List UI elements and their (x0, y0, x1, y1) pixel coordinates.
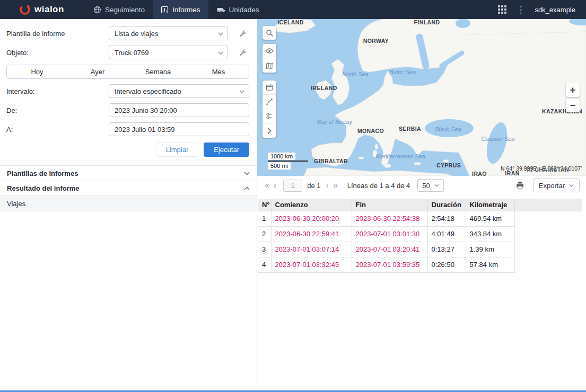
cell-end[interactable]: 2023-07-01 03:59:35 (352, 257, 427, 272)
execute-button[interactable]: Ejecutar (204, 142, 249, 157)
map[interactable]: ICELANDFINLANDNORWAYBaltic SeaNorth SeaI… (257, 19, 586, 176)
section-report-templates[interactable]: Plantillas de informes (0, 165, 257, 181)
map-tools-group (263, 81, 276, 138)
from-label: De: (6, 106, 109, 114)
chevron-down-icon (239, 90, 244, 93)
first-page-button[interactable]: « (263, 181, 272, 190)
template-select[interactable]: Lista de viajes (109, 26, 228, 40)
markers-icon (266, 112, 273, 120)
map-visibility-button[interactable] (263, 44, 276, 58)
cell-end[interactable]: 2023-07-01 03:20:41 (352, 242, 427, 257)
username[interactable]: sdk_example (535, 6, 575, 14)
cell-start[interactable]: 2023-07-01 03:32:45 (271, 257, 352, 272)
map-label-mediterranean-sea: Mediterranean Sea (375, 153, 425, 159)
print-button[interactable] (515, 181, 524, 190)
cell-start[interactable]: 2023-07-01 03:07:14 (271, 242, 352, 257)
page-count-label: de 1 (307, 182, 320, 190)
template-settings-button[interactable] (237, 27, 249, 40)
header-number[interactable]: Nº (258, 199, 271, 211)
page-size-select[interactable]: 50 (417, 179, 443, 192)
kebab-menu-icon[interactable]: ⋮ (516, 5, 525, 14)
map-label-serbia: SERBIA (399, 126, 421, 132)
cell-start[interactable]: 2023-06-30 20:00:20 (271, 211, 352, 226)
header-fin[interactable]: Fin (352, 199, 427, 211)
map-label-finland: FINLAND (414, 19, 440, 25)
vehicle-icon (216, 6, 225, 13)
template-label: Plantilla de informe (6, 30, 109, 38)
chevron-down-icon (244, 172, 250, 175)
export-button[interactable]: Exportar (533, 179, 580, 192)
wialon-logo[interactable]: wialon (0, 0, 85, 19)
cell-filler (514, 242, 582, 257)
result-item-viajes[interactable]: Viajes (0, 196, 257, 211)
table-row: 32023-07-01 03:07:142023-07-01 03:20:410… (258, 242, 582, 257)
map-search-button[interactable] (263, 26, 276, 40)
interval-select[interactable]: Intervalo especificado (109, 84, 249, 98)
map-label-bay-of-biscay: Bay of Biscay (317, 119, 353, 125)
cell-n: 1 (258, 211, 271, 226)
zoom-out-button[interactable]: − (566, 99, 580, 112)
report-panel: Plantilla de informe Lista de viajes Obj… (0, 19, 257, 390)
cell-n: 4 (258, 257, 271, 272)
printer-icon (515, 181, 524, 190)
map-label-caspian-sea: Caspian Sea (482, 136, 515, 142)
map-view-group (263, 44, 276, 73)
quick-range-semana[interactable]: Semana (128, 65, 188, 78)
quick-range-hoy[interactable]: Hoy (7, 65, 67, 78)
cell-filler (514, 226, 582, 242)
map-label-norway: NORWAY (363, 38, 389, 44)
quick-range-ayer[interactable]: Ayer (67, 65, 128, 78)
right-area: ICELANDFINLANDNORWAYBaltic SeaNorth SeaI… (257, 19, 586, 390)
object-settings-button[interactable] (237, 46, 249, 59)
cell-filler (514, 257, 582, 272)
map-calendar-button[interactable] (263, 81, 276, 95)
cell-n: 3 (258, 242, 271, 257)
cell-end[interactable]: 2023-06-30 22:54:38 (352, 211, 427, 226)
map-track-button[interactable] (263, 95, 276, 109)
cell-duration: 0:26:50 (427, 257, 466, 272)
header-duracion[interactable]: Duración (427, 199, 466, 211)
map-layers-button[interactable] (263, 58, 276, 73)
table-row: 22023-06-30 22:59:412023-07-01 03:01:304… (258, 226, 582, 242)
nav-label: Informes (172, 6, 200, 14)
cell-end[interactable]: 2023-07-01 03:01:30 (352, 226, 427, 242)
lines-range-label: Líneas de 1 a 4 de 4 (347, 182, 410, 190)
nav-item-informes[interactable]: Informes (153, 0, 208, 19)
next-page-button[interactable]: › (324, 181, 331, 190)
nav-item-unidades[interactable]: Unidades (208, 0, 267, 19)
cell-start[interactable]: 2023-06-30 22:59:41 (271, 226, 352, 242)
from-date-input[interactable] (109, 103, 249, 117)
object-select-value: Truck 0769 (115, 49, 149, 57)
apps-grid-icon[interactable] (498, 5, 506, 14)
cell-mileage: 1.39 km (466, 242, 514, 257)
zoom-in-button[interactable]: + (566, 83, 580, 97)
clear-button[interactable]: Limpiar (156, 142, 199, 157)
prev-page-button[interactable]: ‹ (272, 181, 278, 190)
trips-table: Nº Comienzo Fin Duración Kilometraje 120… (258, 199, 582, 273)
calendar-icon (266, 84, 273, 91)
map-markers-button[interactable] (263, 109, 276, 123)
from-row: De: (6, 103, 249, 117)
page-number-input[interactable] (283, 180, 302, 192)
map-label-ireland: IRELAND (311, 85, 337, 91)
topbar-right: ⋮ sdk_example (498, 0, 586, 19)
map-coordinates: N 64° 39.9995' · E 062° 34.0107' (501, 165, 582, 172)
scale-mi: 500 mi (268, 162, 291, 170)
to-date-input[interactable] (109, 122, 249, 136)
nav-item-seguimiento[interactable]: Seguimiento (85, 0, 153, 19)
main-nav: Seguimiento Informes Unidades (85, 0, 267, 19)
map-expand-button[interactable] (263, 123, 276, 138)
last-page-button[interactable]: » (331, 181, 340, 190)
cell-n: 2 (258, 226, 271, 242)
section-report-result[interactable]: Resultado del informe (0, 181, 257, 196)
object-label: Objeto: (6, 49, 109, 57)
map-label-monaco: MONACO (357, 128, 384, 134)
header-kilometraje[interactable]: Kilometraje (466, 199, 514, 211)
cell-mileage: 469.54 km (466, 211, 514, 226)
template-select-value: Lista de viajes (115, 30, 158, 38)
chevron-down-icon (569, 184, 574, 187)
route-icon (266, 98, 273, 105)
header-comienzo[interactable]: Comienzo (271, 199, 352, 211)
quick-range-mes[interactable]: Mes (188, 65, 249, 78)
object-select[interactable]: Truck 0769 (109, 46, 228, 59)
